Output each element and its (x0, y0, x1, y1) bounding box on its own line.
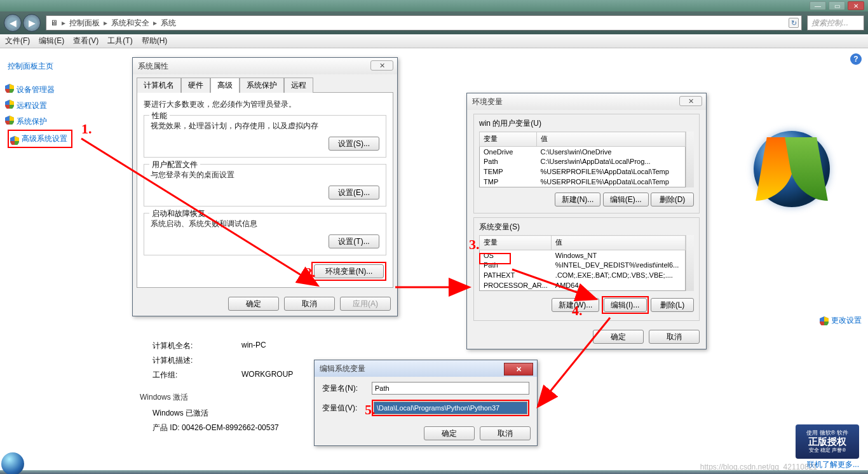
startup-settings-button[interactable]: 设置(T)... (329, 234, 379, 248)
sidebar-item-advanced[interactable]: 高级系统设置 (13, 134, 67, 143)
value-fullname: win-PC (241, 341, 266, 351)
maximize-button[interactable]: ▭ (829, 1, 845, 10)
explorer-navbar: ◀ ▶ 🖥 ▸ 控制面板 ▸ 系统和安全 ▸ 系统 ↻ 搜索控制... (0, 11, 868, 34)
new-user-var-button[interactable]: 新建(N)... (555, 193, 601, 207)
new-sys-var-button[interactable]: 新建(W)... (552, 298, 599, 312)
label-workgroup: 工作组: (153, 370, 241, 381)
close-button[interactable]: ✕ (848, 1, 864, 10)
menu-edit[interactable]: 编辑(E) (39, 36, 64, 46)
edit-user-var-button[interactable]: 编辑(E)... (603, 193, 649, 207)
window-titlebar: — ▭ ✕ (0, 0, 868, 11)
crumb-system[interactable]: 系统 (161, 18, 176, 29)
apply-button[interactable]: 应用(A) (340, 297, 391, 311)
var-value-input[interactable] (374, 402, 527, 414)
profiles-desc: 与您登录有关的桌面设置 (151, 170, 379, 180)
tab-advanced[interactable]: 高级 (210, 78, 240, 93)
refresh-button[interactable]: ↻ (789, 18, 799, 28)
menu-tools[interactable]: 工具(T) (107, 36, 132, 46)
shield-icon (10, 136, 19, 145)
env-vars-button[interactable]: 环境变量(N)... (314, 264, 384, 278)
computer-icon: 🖥 (50, 18, 58, 27)
forward-button[interactable]: ▶ (23, 14, 41, 32)
user-vars-table[interactable]: 变量值 OneDriveC:\Users\win\OneDrive PathC:… (479, 132, 686, 187)
profiles-group: 用户配置文件 与您登录有关的桌面设置 设置(E)... (144, 164, 386, 207)
scrollbar[interactable] (686, 132, 694, 187)
var-name-label: 变量名(N): (322, 383, 367, 394)
edit-sys-var-button[interactable]: 编辑(I)... (604, 298, 647, 312)
dialog-title: 编辑系统变量 ✕ (315, 360, 537, 377)
col-var[interactable]: 变量 (480, 236, 552, 250)
computer-info-block: 计算机全名:win-PC 计算机描述: 工作组:WORKGROUP Window… (153, 341, 293, 433)
dialog-buttons: 确定 取消 (315, 421, 537, 445)
var-name-input[interactable] (372, 382, 529, 395)
table-row-path[interactable]: Path%INTEL_DEV_REDIST%\redist\intel6... (480, 260, 686, 270)
col-var[interactable]: 变量 (480, 132, 537, 147)
tab-remote[interactable]: 远程 (284, 78, 313, 93)
tab-computer-name[interactable]: 计算机名 (137, 78, 181, 93)
startup-desc: 系统启动、系统失败和调试信息 (151, 219, 379, 229)
table-row[interactable]: OSWindows_NT (480, 250, 686, 260)
crumb-control-panel[interactable]: 控制面板 (69, 18, 100, 29)
edit-var-dialog: 编辑系统变量 ✕ 变量名(N): 变量值(V): 确定 取消 (314, 360, 538, 446)
env-vars-highlight: 环境变量(N)... (311, 262, 386, 281)
menubar: 文件(F) 编辑(E) 查看(V) 工具(T) 帮助(H) (0, 34, 868, 48)
cancel-button[interactable]: 取消 (284, 297, 335, 311)
legend: 启动和故障恢复 (149, 208, 208, 219)
ok-button[interactable]: 确定 (424, 426, 475, 440)
minimize-button[interactable]: — (810, 1, 826, 10)
label-fullname: 计算机全名: (153, 341, 241, 351)
profiles-settings-button[interactable]: 设置(E)... (329, 186, 379, 200)
shield-icon (820, 316, 829, 325)
table-row[interactable]: PathC:\Users\win\AppData\Local\Prog... (480, 156, 686, 166)
sidebar-home[interactable]: 控制面板主页 (8, 58, 119, 74)
legend: 用户配置文件 (149, 159, 200, 170)
chevron-right-icon: ▸ (153, 18, 157, 27)
table-row[interactable]: TEMP%USERPROFILE%\AppData\Local\Temp (480, 166, 686, 177)
table-row[interactable]: TMP%USERPROFILE%\AppData\Local\Temp (480, 177, 686, 187)
cancel-button[interactable]: 取消 (480, 426, 531, 440)
chevron-right-icon: ▸ (104, 18, 107, 27)
system-vars-table[interactable]: 变量值 OSWindows_NT Path%INTEL_DEV_REDIST%\… (479, 235, 686, 291)
shield-icon (5, 84, 14, 93)
delete-user-var-button[interactable]: 删除(D) (651, 193, 694, 207)
sidebar-item-protection[interactable]: 系统保护 (8, 114, 119, 130)
close-icon[interactable]: ✕ (504, 363, 533, 376)
change-settings-link[interactable]: 更改设置 (820, 315, 862, 326)
menu-view[interactable]: 查看(V) (73, 36, 98, 46)
start-button[interactable] (1, 452, 24, 474)
breadcrumb[interactable]: 🖥 ▸ 控制面板 ▸ 系统和安全 ▸ 系统 ↻ (46, 15, 802, 30)
legend: 性能 (149, 111, 170, 121)
table-row[interactable]: OneDriveC:\Users\win\OneDrive (480, 146, 686, 156)
sidebar-item-device-manager[interactable]: 设备管理器 (8, 82, 119, 98)
var-value-label: 变量值(V): (322, 403, 367, 414)
change-settings-block: 更改设置 (820, 315, 862, 326)
back-button[interactable]: ◀ (4, 14, 22, 32)
tabs: 计算机名 硬件 高级 系统保护 远程 (133, 74, 397, 92)
scrollbar[interactable] (686, 235, 694, 291)
vista-orb-logo (754, 131, 830, 207)
sidebar-item-remote[interactable]: 远程设置 (8, 98, 119, 114)
crumb-system-security[interactable]: 系统和安全 (111, 18, 149, 29)
table-row[interactable]: PATHEXT.COM;.EXE;.BAT;.CMD;.VBS;.VBE;...… (480, 270, 686, 280)
tab-hardware[interactable]: 硬件 (181, 78, 210, 93)
shield-icon (5, 100, 14, 109)
close-icon[interactable]: ✕ (679, 96, 702, 106)
ok-button[interactable]: 确定 (228, 297, 279, 311)
ok-button[interactable]: 确定 (593, 330, 644, 344)
col-val[interactable]: 值 (537, 132, 686, 147)
env-vars-dialog: 环境变量 ✕ win 的用户变量(U) 变量值 OneDriveC:\Users… (466, 93, 707, 349)
cancel-button[interactable]: 取消 (649, 330, 700, 344)
startup-group: 启动和故障恢复 系统启动、系统失败和调试信息 设置(T)... (144, 213, 386, 255)
delete-sys-var-button[interactable]: 删除(L) (651, 298, 694, 312)
tab-protection[interactable]: 系统保护 (240, 78, 284, 93)
close-icon[interactable]: ✕ (370, 60, 393, 71)
menu-help[interactable]: 帮助(H) (142, 36, 168, 46)
search-input[interactable]: 搜索控制... (807, 15, 864, 30)
col-val[interactable]: 值 (552, 236, 685, 250)
perf-settings-button[interactable]: 设置(S)... (329, 137, 379, 151)
sidebar: 控制面板主页 设备管理器 远程设置 系统保护 高级系统设置 另请参阅 操作中心 … (0, 48, 127, 474)
product-id: 产品 ID: 00426-OEM-8992662-00537 (153, 423, 293, 433)
menu-file[interactable]: 文件(F) (5, 36, 30, 46)
taskbar[interactable] (0, 470, 868, 474)
table-row[interactable]: PROCESSOR_AR...AMD64 (480, 280, 686, 290)
